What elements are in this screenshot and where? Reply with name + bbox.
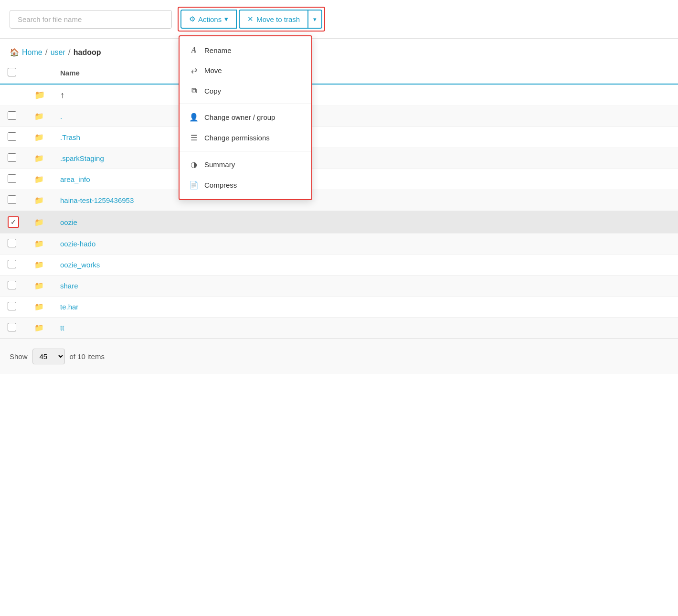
breadcrumb: 🏠 Home / user / hadoop [0,39,678,62]
row-name-cell: . [53,106,678,127]
actions-highlight: ⚙ Actions ▾ ✕ Move to trash ▾ A Rename ⇄ [178,7,325,32]
table-row: 📁tt [0,318,678,339]
footer: Show 102545100 of 10 items [0,339,678,374]
row-checkbox[interactable] [8,281,16,289]
move-trash-label: Move to trash [256,15,300,23]
table-row: 📁oozie_works [0,255,678,276]
page-size-select[interactable]: 102545100 [32,349,65,364]
permissions-icon: ☰ [189,133,199,142]
owner-icon: 👤 [189,113,199,122]
row-checkbox[interactable] [8,239,16,247]
folder-icon: 📁 [34,112,44,120]
table-row: 📁↑ [0,84,678,106]
folder-icon: 📁 [34,196,44,204]
row-checkbox[interactable] [8,174,16,183]
search-input[interactable] [10,10,172,29]
caret-down-icon-2: ▾ [313,16,317,23]
breadcrumb-user-link[interactable]: user [51,48,65,57]
file-link[interactable]: . [60,112,62,120]
folder-icon: 📁 [34,154,44,162]
summary-label: Summary [204,160,235,169]
divider-2 [180,151,311,151]
row-icon-cell: 📁 [27,234,53,255]
up-icon: 📁 [34,90,45,100]
file-link[interactable]: oozie-hado [60,240,95,248]
file-link[interactable]: .Trash [60,133,80,141]
breadcrumb-sep-2: / [68,47,71,57]
file-link[interactable]: .sparkStaging [60,154,104,162]
actions-group: ⚙ Actions ▾ [180,10,237,29]
row-name-cell: haina-test-1259436953 [53,190,678,211]
row-checkbox[interactable] [8,132,16,141]
up-arrow-label[interactable]: ↑ [60,90,64,100]
actions-label: Actions [198,15,222,23]
table-row: 📁.sparkStaging [0,148,678,169]
table-row: 📁. [0,106,678,127]
folder-icon: 📁 [34,303,44,311]
actions-button[interactable]: ⚙ Actions ▾ [180,10,237,29]
change-permissions-label: Change permissions [204,134,270,142]
row-icon-cell: 📁 [27,255,53,276]
select-all-checkbox[interactable] [8,68,16,76]
dropdown-item-change-owner[interactable]: 👤 Change owner / group [180,107,311,127]
table-row: 📁oozie-hado [0,234,678,255]
row-checkbox[interactable] [8,195,16,204]
dropdown-item-rename[interactable]: A Rename [180,40,311,60]
file-link[interactable]: share [60,282,78,290]
folder-icon: 📁 [34,282,44,290]
dropdown-item-compress[interactable]: 📄 Compress [180,175,311,195]
file-link[interactable]: oozie_works [60,261,100,269]
row-checkbox-cell [0,148,27,169]
check-mark-icon: ✓ [11,218,16,226]
row-checkbox-cell [0,84,27,106]
row-checkbox-cell [0,127,27,148]
row-icon-cell: 📁 [27,276,53,297]
row-checkbox[interactable] [8,302,16,310]
row-checkbox[interactable] [8,323,16,331]
table-row: 📁.Trash [0,127,678,148]
compress-icon: 📄 [189,181,199,190]
file-link[interactable]: haina-test-1259436953 [60,196,134,204]
folder-icon: 📁 [34,175,44,183]
dropdown-item-summary[interactable]: ◑ Summary [180,154,311,175]
row-checkbox[interactable] [8,111,16,120]
file-link[interactable]: te.har [60,303,78,311]
row-icon-cell: 📁 [27,297,53,318]
table-row: 📁te.har [0,297,678,318]
dropdown-item-move[interactable]: ⇄ Move [180,60,311,81]
col-icon-header [27,62,53,84]
folder-icon: 📁 [34,261,44,269]
row-name-cell: te.har [53,297,678,318]
change-owner-label: Change owner / group [204,113,275,121]
breadcrumb-home-link[interactable]: 🏠 Home [10,48,42,57]
file-link[interactable]: tt [60,324,64,332]
row-checkbox[interactable] [8,260,16,268]
dropdown-item-change-permissions[interactable]: ☰ Change permissions [180,127,311,148]
copy-label: Copy [204,87,221,95]
row-checkbox[interactable] [8,153,16,162]
home-icon: 🏠 [10,48,19,57]
row-name-cell: tt [53,318,678,339]
move-to-trash-button[interactable]: ✕ Move to trash [239,10,308,29]
copy-icon: ⧉ [189,86,199,95]
row-checkbox-cell [0,106,27,127]
gear-icon: ⚙ [189,15,195,23]
table-header-row: Name [0,62,678,84]
file-link[interactable]: oozie [60,218,77,226]
row-checkbox-cell [0,169,27,190]
move-icon: ⇄ [189,66,199,75]
row-icon-cell: 📁 [27,169,53,190]
move-trash-caret-button[interactable]: ▾ [308,10,322,29]
row-checkbox-cell [0,255,27,276]
table-row: 📁area_info [0,169,678,190]
file-link[interactable]: area_info [60,175,90,183]
row-icon-cell: 📁 [27,148,53,169]
show-label: Show [10,352,28,361]
row-name-cell: .Trash [53,127,678,148]
caret-down-icon: ▾ [224,15,228,23]
breadcrumb-sep-1: / [45,47,48,57]
dropdown-item-copy[interactable]: ⧉ Copy [180,81,311,101]
row-icon-cell: 📁 [27,106,53,127]
row-checkbox-checked[interactable]: ✓ [8,216,19,228]
row-checkbox-cell: ✓ [0,211,27,234]
